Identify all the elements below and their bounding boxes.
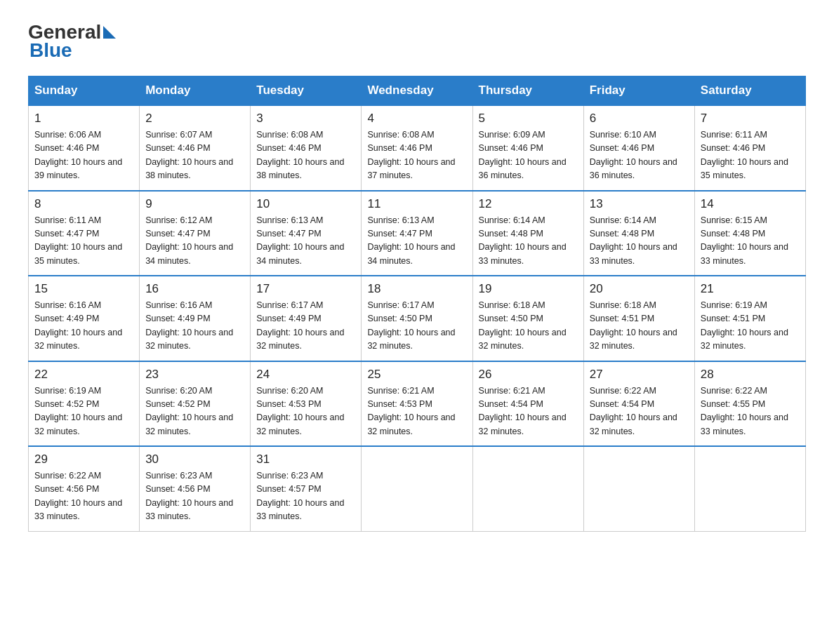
day-info: Sunrise: 6:12 AMSunset: 4:47 PMDaylight:…	[145, 215, 233, 266]
day-cell: 2Sunrise: 6:07 AMSunset: 4:46 PMDaylight…	[140, 105, 251, 191]
day-cell: 17Sunrise: 6:17 AMSunset: 4:49 PMDayligh…	[251, 276, 362, 361]
day-number: 7	[701, 112, 800, 126]
week-row-1: 1Sunrise: 6:06 AMSunset: 4:46 PMDaylight…	[29, 105, 806, 191]
day-info: Sunrise: 6:16 AMSunset: 4:49 PMDaylight:…	[145, 300, 233, 351]
day-info: Sunrise: 6:22 AMSunset: 4:55 PMDaylight:…	[701, 386, 788, 436]
day-cell: 19Sunrise: 6:18 AMSunset: 4:50 PMDayligh…	[472, 276, 583, 361]
calendar-header: SundayMondayTuesdayWednesdayThursdayFrid…	[29, 76, 806, 106]
day-info: Sunrise: 6:11 AMSunset: 4:46 PMDaylight:…	[701, 130, 788, 180]
day-cell: 15Sunrise: 6:16 AMSunset: 4:49 PMDayligh…	[29, 276, 140, 361]
day-info: Sunrise: 6:17 AMSunset: 4:50 PMDaylight:…	[367, 300, 455, 351]
day-info: Sunrise: 6:14 AMSunset: 4:48 PMDaylight:…	[479, 215, 567, 266]
day-cell: 1Sunrise: 6:06 AMSunset: 4:46 PMDaylight…	[29, 105, 140, 191]
day-number: 6	[590, 112, 689, 126]
day-cell: 16Sunrise: 6:16 AMSunset: 4:49 PMDayligh…	[140, 276, 251, 361]
week-row-3: 15Sunrise: 6:16 AMSunset: 4:49 PMDayligh…	[29, 276, 806, 361]
day-cell: 24Sunrise: 6:20 AMSunset: 4:53 PMDayligh…	[251, 361, 362, 447]
day-cell: 7Sunrise: 6:11 AMSunset: 4:46 PMDaylight…	[694, 105, 805, 191]
day-number: 23	[145, 368, 244, 382]
day-info: Sunrise: 6:23 AMSunset: 4:57 PMDaylight:…	[256, 471, 344, 521]
day-number: 5	[479, 112, 578, 126]
day-number: 24	[256, 368, 355, 382]
day-cell: 12Sunrise: 6:14 AMSunset: 4:48 PMDayligh…	[472, 191, 583, 276]
day-info: Sunrise: 6:11 AMSunset: 4:47 PMDaylight:…	[34, 215, 122, 266]
day-info: Sunrise: 6:13 AMSunset: 4:47 PMDaylight:…	[256, 215, 344, 266]
day-info: Sunrise: 6:13 AMSunset: 4:47 PMDaylight:…	[367, 215, 455, 266]
day-cell: 8Sunrise: 6:11 AMSunset: 4:47 PMDaylight…	[29, 191, 140, 276]
day-cell: 27Sunrise: 6:22 AMSunset: 4:54 PMDayligh…	[583, 361, 694, 447]
day-cell: 22Sunrise: 6:19 AMSunset: 4:52 PMDayligh…	[29, 361, 140, 447]
day-number: 2	[145, 112, 244, 126]
day-number: 19	[479, 282, 578, 296]
week-row-4: 22Sunrise: 6:19 AMSunset: 4:52 PMDayligh…	[29, 361, 806, 447]
day-number: 30	[145, 452, 244, 467]
day-cell	[583, 446, 694, 531]
header-cell-tuesday: Tuesday	[251, 76, 362, 106]
day-info: Sunrise: 6:16 AMSunset: 4:49 PMDaylight:…	[34, 300, 122, 351]
day-info: Sunrise: 6:09 AMSunset: 4:46 PMDaylight:…	[479, 130, 567, 180]
day-info: Sunrise: 6:21 AMSunset: 4:53 PMDaylight:…	[367, 386, 455, 436]
day-number: 25	[367, 368, 466, 382]
header-cell-wednesday: Wednesday	[362, 76, 472, 106]
day-cell: 30Sunrise: 6:23 AMSunset: 4:56 PMDayligh…	[140, 446, 251, 531]
day-number: 15	[34, 282, 133, 296]
day-cell: 18Sunrise: 6:17 AMSunset: 4:50 PMDayligh…	[362, 276, 472, 361]
day-number: 17	[256, 282, 355, 296]
day-number: 12	[479, 197, 578, 211]
page-header: General Blue	[28, 21, 806, 62]
day-cell	[694, 446, 805, 531]
day-number: 29	[34, 452, 133, 467]
week-row-5: 29Sunrise: 6:22 AMSunset: 4:56 PMDayligh…	[29, 446, 806, 531]
header-cell-saturday: Saturday	[694, 76, 805, 106]
day-number: 10	[256, 197, 355, 211]
day-cell: 28Sunrise: 6:22 AMSunset: 4:55 PMDayligh…	[694, 361, 805, 447]
day-cell: 25Sunrise: 6:21 AMSunset: 4:53 PMDayligh…	[362, 361, 472, 447]
day-info: Sunrise: 6:22 AMSunset: 4:56 PMDaylight:…	[34, 471, 122, 521]
day-info: Sunrise: 6:15 AMSunset: 4:48 PMDaylight:…	[701, 215, 788, 266]
header-cell-monday: Monday	[140, 76, 251, 106]
day-number: 31	[256, 452, 355, 467]
day-info: Sunrise: 6:08 AMSunset: 4:46 PMDaylight:…	[367, 130, 455, 180]
header-cell-thursday: Thursday	[472, 76, 583, 106]
day-number: 21	[701, 282, 800, 296]
day-number: 13	[590, 197, 689, 211]
day-info: Sunrise: 6:14 AMSunset: 4:48 PMDaylight:…	[590, 215, 677, 266]
day-cell: 6Sunrise: 6:10 AMSunset: 4:46 PMDaylight…	[583, 105, 694, 191]
header-cell-friday: Friday	[583, 76, 694, 106]
header-cell-sunday: Sunday	[29, 76, 140, 106]
day-number: 4	[367, 112, 466, 126]
day-number: 18	[367, 282, 466, 296]
logo: General Blue	[28, 21, 116, 62]
day-info: Sunrise: 6:23 AMSunset: 4:56 PMDaylight:…	[145, 471, 233, 521]
day-number: 3	[256, 112, 355, 126]
day-cell: 4Sunrise: 6:08 AMSunset: 4:46 PMDaylight…	[362, 105, 472, 191]
day-number: 27	[590, 368, 689, 382]
calendar-body: 1Sunrise: 6:06 AMSunset: 4:46 PMDaylight…	[29, 105, 806, 531]
day-cell	[362, 446, 472, 531]
day-info: Sunrise: 6:18 AMSunset: 4:50 PMDaylight:…	[479, 300, 567, 351]
day-cell: 26Sunrise: 6:21 AMSunset: 4:54 PMDayligh…	[472, 361, 583, 447]
day-cell: 29Sunrise: 6:22 AMSunset: 4:56 PMDayligh…	[29, 446, 140, 531]
day-cell: 23Sunrise: 6:20 AMSunset: 4:52 PMDayligh…	[140, 361, 251, 447]
day-info: Sunrise: 6:17 AMSunset: 4:49 PMDaylight:…	[256, 300, 344, 351]
calendar-table: SundayMondayTuesdayWednesdayThursdayFrid…	[28, 76, 806, 532]
day-info: Sunrise: 6:08 AMSunset: 4:46 PMDaylight:…	[256, 130, 344, 180]
day-info: Sunrise: 6:21 AMSunset: 4:54 PMDaylight:…	[479, 386, 567, 436]
day-info: Sunrise: 6:06 AMSunset: 4:46 PMDaylight:…	[34, 130, 122, 180]
day-cell: 14Sunrise: 6:15 AMSunset: 4:48 PMDayligh…	[694, 191, 805, 276]
day-number: 26	[479, 368, 578, 382]
day-cell: 13Sunrise: 6:14 AMSunset: 4:48 PMDayligh…	[583, 191, 694, 276]
day-info: Sunrise: 6:20 AMSunset: 4:52 PMDaylight:…	[145, 386, 233, 436]
day-info: Sunrise: 6:19 AMSunset: 4:51 PMDaylight:…	[701, 300, 788, 351]
day-cell: 11Sunrise: 6:13 AMSunset: 4:47 PMDayligh…	[362, 191, 472, 276]
day-number: 11	[367, 197, 466, 211]
day-info: Sunrise: 6:22 AMSunset: 4:54 PMDaylight:…	[590, 386, 677, 436]
day-cell: 20Sunrise: 6:18 AMSunset: 4:51 PMDayligh…	[583, 276, 694, 361]
day-cell: 21Sunrise: 6:19 AMSunset: 4:51 PMDayligh…	[694, 276, 805, 361]
day-number: 22	[34, 368, 133, 382]
week-row-2: 8Sunrise: 6:11 AMSunset: 4:47 PMDaylight…	[29, 191, 806, 276]
day-number: 9	[145, 197, 244, 211]
day-number: 1	[34, 112, 133, 126]
day-number: 8	[34, 197, 133, 211]
day-cell: 9Sunrise: 6:12 AMSunset: 4:47 PMDaylight…	[140, 191, 251, 276]
